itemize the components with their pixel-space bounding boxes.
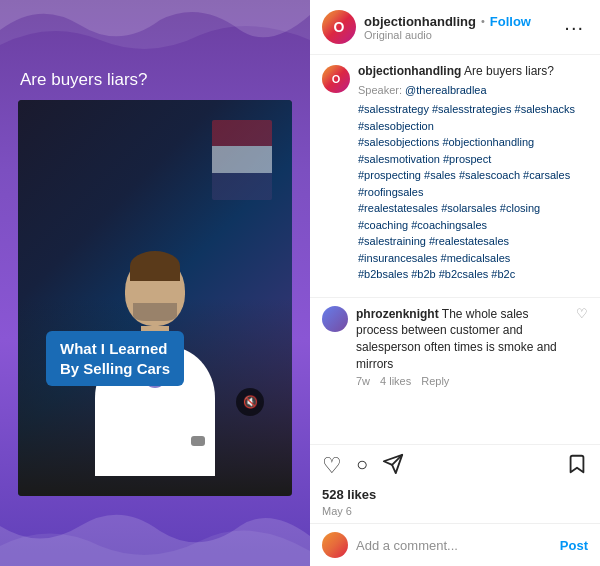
likes-count[interactable]: 528 likes	[310, 485, 600, 504]
comment-avatar-image	[322, 306, 348, 332]
caption-avatar[interactable]: O	[322, 65, 350, 93]
speaker-line: Speaker: @therealbradlea	[358, 83, 588, 98]
comment-heart-button[interactable]: ♡	[576, 306, 588, 321]
comment-meta: 7w 4 likes Reply	[356, 375, 568, 387]
comment-section: phrozenknight The whole sales process be…	[310, 298, 600, 444]
caption-text-block: objectionhandling Are buyers liars? Spea…	[358, 63, 588, 283]
person-head	[125, 256, 185, 326]
follow-button[interactable]: Follow	[490, 14, 531, 29]
wave-bottom-decoration	[0, 496, 310, 566]
wave-top-decoration	[0, 0, 310, 60]
mute-button[interactable]: 🔇	[236, 388, 264, 416]
audio-label: Original audio	[364, 29, 560, 41]
comment-reply-button[interactable]: Reply	[421, 375, 449, 387]
comment-likes[interactable]: 4 likes	[380, 375, 411, 387]
header-info: objectionhandling • Follow Original audi…	[364, 14, 560, 41]
share-button[interactable]	[382, 453, 404, 481]
user-avatar-comment	[322, 532, 348, 558]
caption-question-text: Are buyers liars?	[464, 64, 554, 78]
title-badge: What I Learned By Selling Cars	[46, 331, 184, 386]
title-line1: What I Learned	[60, 339, 170, 359]
account-name[interactable]: objectionhandling	[364, 14, 476, 29]
video-thumbnail[interactable]: What I Learned By Selling Cars 🔇	[18, 100, 292, 496]
hashtags: #salesstrategy #salesstrategies #salesha…	[358, 101, 588, 283]
flag-decoration	[212, 120, 272, 200]
speaker-label: Speaker:	[358, 84, 402, 96]
bookmark-button[interactable]	[566, 453, 588, 481]
comment-button[interactable]: ○	[356, 453, 368, 481]
title-line2: By Selling Cars	[60, 359, 170, 379]
action-icons-left: ♡ ○	[322, 453, 566, 481]
comment-item: phrozenknight The whole sales process be…	[322, 306, 588, 387]
comment-time: 7w	[356, 375, 370, 387]
comment-text: phrozenknight The whole sales process be…	[356, 306, 568, 373]
dot-separator: •	[481, 15, 485, 27]
like-button[interactable]: ♡	[322, 453, 342, 481]
video-background	[18, 100, 292, 496]
video-panel: Are buyers liars?	[0, 0, 310, 566]
post-date: May 6	[310, 504, 600, 523]
add-comment-row: Post	[310, 523, 600, 566]
caption-area: O objectionhandling Are buyers liars? Sp…	[310, 55, 600, 298]
more-options-button[interactable]: ···	[560, 16, 588, 39]
question-overlay: Are buyers liars?	[20, 70, 148, 90]
caption-username[interactable]: objectionhandling	[358, 64, 461, 78]
caption-poster-row: O objectionhandling Are buyers liars? Sp…	[322, 63, 588, 283]
comment-username[interactable]: phrozenknight	[356, 307, 439, 321]
add-comment-input[interactable]	[356, 538, 560, 553]
account-name-row: objectionhandling • Follow	[364, 14, 560, 29]
post-comment-button[interactable]: Post	[560, 538, 588, 553]
post-header: O objectionhandling • Follow Original au…	[310, 0, 600, 55]
speaker-handle[interactable]: @therealbradlea	[405, 84, 487, 96]
poster-avatar[interactable]: O	[322, 10, 356, 44]
mute-icon: 🔇	[243, 395, 258, 409]
action-bar: ♡ ○	[310, 444, 600, 485]
right-panel: O objectionhandling • Follow Original au…	[310, 0, 600, 566]
comment-avatar	[322, 306, 348, 332]
comment-content: phrozenknight The whole sales process be…	[356, 306, 568, 387]
